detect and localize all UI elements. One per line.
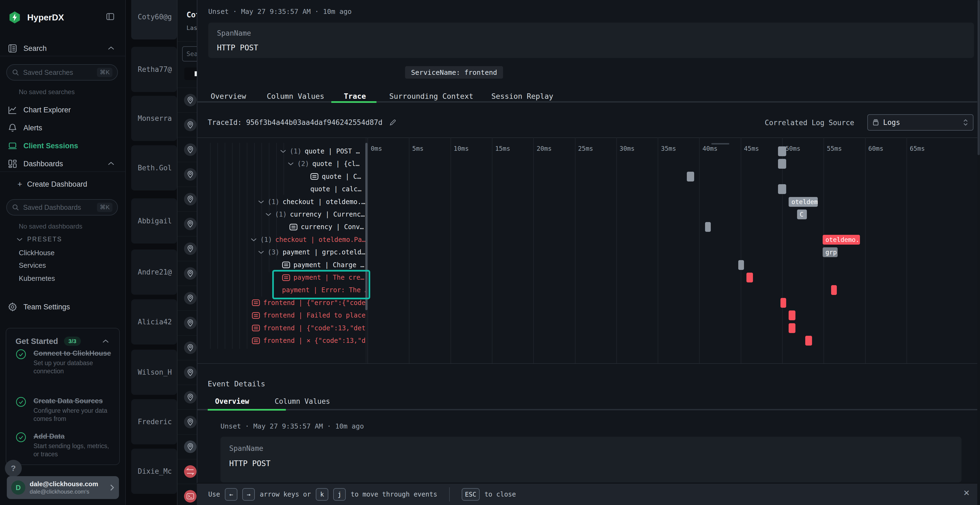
session-card[interactable]: Coty60@g: [131, 0, 177, 40]
create-dashboard-button[interactable]: + Create Dashboard: [18, 179, 87, 189]
trace-span-bar[interactable]: [746, 273, 753, 283]
location-pin-button[interactable]: [184, 119, 197, 131]
sidebar-item-team-settings[interactable]: Team Settings: [8, 302, 70, 312]
trace-span-bar[interactable]: oteldemo.: [822, 235, 860, 245]
trace-span-bar[interactable]: oteldem: [789, 197, 818, 207]
location-pin-button[interactable]: [184, 416, 197, 428]
trace-span-bar[interactable]: [789, 323, 795, 333]
chevron-down-icon[interactable]: [288, 162, 294, 166]
location-pin-button[interactable]: [184, 341, 197, 354]
location-pin-button[interactable]: [184, 94, 197, 106]
chevron-down-icon[interactable]: [265, 212, 272, 217]
trace-row[interactable]: (1)checkout | oteldemo.Pa…: [250, 233, 366, 246]
session-card[interactable]: Frederic: [131, 399, 177, 444]
session-card[interactable]: Monserra: [131, 96, 177, 141]
tab-surrounding-context[interactable]: Surrounding Context: [389, 92, 473, 100]
get-started-item[interactable]: Add DataStart sending logs, metrics, or …: [16, 432, 115, 459]
location-pin-button[interactable]: [184, 218, 197, 230]
event-tab-overview[interactable]: Overview: [215, 397, 249, 405]
trace-row[interactable]: currency | Conv…: [290, 221, 364, 233]
get-started-item[interactable]: Create Data SourcesConfigure where your …: [16, 397, 115, 423]
trace-row[interactable]: (1)currency | Currenc…: [265, 208, 365, 221]
trace-span-bar[interactable]: [738, 260, 744, 270]
sidebar-item-services[interactable]: Services: [19, 261, 46, 270]
location-pin-button[interactable]: [184, 267, 197, 280]
session-card[interactable]: Andre21@: [131, 249, 177, 295]
trace-span-bar[interactable]: [687, 172, 694, 181]
user-menu[interactable]: D dale@clickhouse.com dale@clickhouse.co…: [7, 476, 119, 499]
chevron-down-icon[interactable]: [250, 238, 257, 242]
collapse-sidebar-icon[interactable]: [106, 12, 115, 21]
trace-span-bar[interactable]: [831, 285, 837, 295]
trace-span-bar[interactable]: C: [797, 210, 807, 219]
chevron-up-icon[interactable]: [108, 46, 115, 51]
location-pin-button[interactable]: [184, 440, 197, 453]
sidebar-item-clickhouse[interactable]: ClickHouse: [19, 249, 55, 257]
sidebar-item-alerts[interactable]: Alerts: [8, 123, 42, 133]
sidebar-item-dashboards[interactable]: Dashboards: [8, 159, 63, 169]
terminal-icon-button[interactable]: [184, 490, 197, 503]
sidebar-item-client-sessions[interactable]: Client Sessions: [8, 141, 78, 151]
location-pin-button[interactable]: [184, 143, 197, 156]
session-card[interactable]: Abbigail: [131, 199, 177, 243]
session-card[interactable]: Dixie_Mc: [131, 449, 177, 494]
session-card[interactable]: Wilson_H: [131, 349, 177, 395]
trace-row[interactable]: payment | Charge …: [282, 259, 364, 271]
filter-button-fragment[interactable]: [184, 67, 197, 80]
trace-span-bar[interactable]: [780, 298, 786, 308]
session-card[interactable]: Alicia42: [131, 299, 177, 345]
exchange-icon-button[interactable]: [184, 465, 197, 478]
location-pin-button[interactable]: [184, 168, 197, 181]
trace-row[interactable]: frontend | {"code":13,"det…: [252, 322, 366, 334]
sidebar-item-search[interactable]: Search: [8, 43, 47, 53]
tab-trace[interactable]: Trace: [344, 92, 366, 100]
trace-span-bar[interactable]: [778, 184, 786, 194]
events-search-input[interactable]: Sea: [182, 46, 197, 62]
tab-column-values[interactable]: Column Values: [267, 92, 324, 100]
session-card[interactable]: Beth.Gol: [131, 145, 177, 191]
key-j[interactable]: j: [333, 488, 346, 501]
trace-row[interactable]: frontend | Failed to place…: [252, 309, 366, 322]
location-pin-button[interactable]: [184, 391, 197, 403]
help-button[interactable]: ?: [5, 460, 22, 477]
saved-dashboards-input[interactable]: Saved Dashboards ⌘K: [6, 199, 118, 216]
trace-row[interactable]: (1)checkout | oteldemo.…: [258, 195, 365, 208]
trace-row[interactable]: frontend | × {"code":13,"d…: [252, 334, 366, 347]
location-pin-button[interactable]: [184, 366, 197, 379]
location-pin-button[interactable]: [184, 292, 197, 305]
log-source-select[interactable]: Logs: [867, 114, 974, 130]
sidebar-item-kubernetes[interactable]: Kubernetes: [19, 274, 55, 283]
trace-row[interactable]: (2)quote | {cl…: [288, 157, 360, 170]
trace-row[interactable]: quote | C…: [310, 170, 361, 183]
location-pin-button[interactable]: [184, 317, 197, 329]
trace-row[interactable]: (3)payment | grpc.oteld…: [258, 246, 365, 259]
key-right-arrow[interactable]: →: [242, 488, 255, 501]
trace-span-bar[interactable]: [789, 310, 795, 320]
trace-row[interactable]: quote | calc…: [310, 183, 361, 195]
sidebar-item-chart-explorer[interactable]: Chart Explorer: [8, 105, 71, 115]
edit-icon[interactable]: [389, 119, 397, 126]
chevron-up-icon[interactable]: [108, 161, 115, 166]
close-icon[interactable]: ×: [963, 487, 970, 498]
tab-session-replay[interactable]: Session Replay: [492, 92, 554, 100]
page-scrollbar-thumb[interactable]: [978, 0, 980, 155]
chevron-down-icon[interactable]: [258, 250, 264, 254]
key-left-arrow[interactable]: ←: [225, 488, 237, 501]
chevron-down-icon[interactable]: [280, 149, 286, 154]
location-pin-button[interactable]: [184, 243, 197, 255]
location-pin-button[interactable]: [184, 193, 197, 205]
session-card[interactable]: Retha77@: [131, 47, 177, 92]
trace-span-bar[interactable]: [805, 336, 812, 346]
presets-header[interactable]: PRESETS: [16, 236, 62, 243]
saved-searches-input[interactable]: Saved Searches ⌘K: [6, 64, 118, 81]
key-esc[interactable]: ESC: [462, 488, 480, 501]
key-k[interactable]: k: [316, 488, 328, 501]
chevron-down-icon[interactable]: [258, 200, 264, 204]
trace-span-bar[interactable]: [705, 222, 711, 232]
trace-span-bar[interactable]: [778, 146, 786, 156]
tab-overview[interactable]: Overview: [211, 92, 246, 100]
chevron-up-icon[interactable]: [102, 339, 109, 344]
trace-span-bar[interactable]: grp: [822, 247, 838, 257]
event-tab-column-values[interactable]: Column Values: [275, 397, 330, 405]
get-started-item[interactable]: Connect to ClickHouseSet up your databas…: [16, 349, 115, 375]
